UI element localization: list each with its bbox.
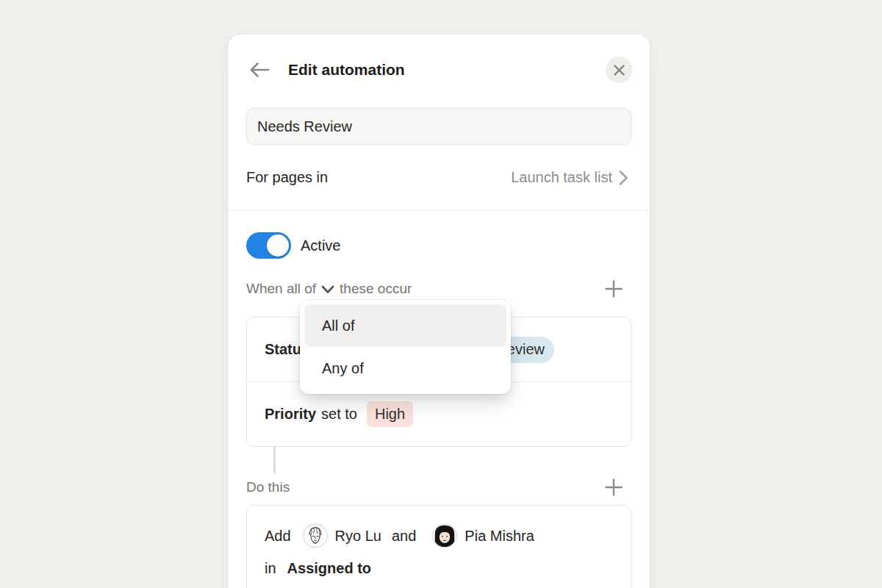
- active-toggle-label: Active: [301, 237, 340, 254]
- automation-name-input[interactable]: [246, 108, 631, 145]
- ryo-lu-avatar: [303, 523, 328, 548]
- operator-dropdown-menu: All of Any of: [300, 300, 511, 394]
- action-conjunction: and: [392, 528, 416, 545]
- add-trigger-button[interactable]: [604, 279, 623, 298]
- active-toggle[interactable]: [246, 232, 291, 259]
- scope-row: For pages in Launch task list: [246, 145, 631, 210]
- chevron-right-icon: [619, 170, 628, 186]
- condition-property: Priority: [265, 406, 316, 423]
- dialog-title: Edit automation: [288, 61, 405, 79]
- plus-icon: [605, 280, 623, 298]
- back-arrow-icon: [248, 59, 270, 81]
- flow-connector-line: [273, 447, 276, 473]
- scope-value: Launch task list: [511, 169, 612, 186]
- chevron-down-icon: [321, 285, 334, 294]
- scope-label: For pages in: [246, 169, 328, 186]
- close-button[interactable]: [606, 57, 632, 83]
- section-divider: [228, 210, 650, 211]
- trigger-label-suffix: these occur: [340, 281, 412, 297]
- menu-item-all-of[interactable]: All of: [304, 304, 506, 347]
- action-prefix: Add: [265, 528, 291, 545]
- condition-verb: set to: [321, 406, 357, 423]
- plus-icon: [605, 478, 623, 496]
- action-in-word: in: [265, 560, 276, 577]
- menu-item-any-of[interactable]: Any of: [304, 347, 506, 390]
- page-background: Edit automation For pages in Launch task…: [0, 0, 882, 588]
- action-sentence-line-1: Add Ryo Lu and: [265, 520, 613, 552]
- person-name: Pia Mishra: [465, 528, 534, 545]
- trigger-label-prefix: When: [246, 281, 283, 297]
- action-label-row: Do this: [246, 476, 631, 498]
- edit-automation-dialog: Edit automation For pages in Launch task…: [228, 35, 650, 588]
- pia-mishra-avatar: [432, 523, 457, 548]
- toggle-knob: [267, 234, 289, 257]
- trigger-label-row: When all of these occur: [246, 279, 631, 298]
- scope-selector[interactable]: Launch task list: [511, 169, 628, 186]
- action-label: Do this: [246, 479, 290, 495]
- action-property: Assigned to: [287, 560, 371, 577]
- active-toggle-row: Active: [246, 232, 631, 259]
- close-icon: [613, 64, 625, 76]
- operator-dropdown-toggle[interactable]: [321, 285, 334, 294]
- person-name: Ryo Lu: [335, 528, 381, 545]
- dialog-header: Edit automation: [228, 35, 650, 105]
- add-action-button[interactable]: [604, 478, 623, 497]
- action-sentence-line-2: in Assigned to: [265, 552, 613, 584]
- rules-section: Active When all of these occur: [228, 232, 650, 588]
- action-card[interactable]: Add Ryo Lu and: [246, 505, 631, 588]
- priority-value-pill[interactable]: High: [367, 401, 413, 427]
- trigger-operator-value[interactable]: all of: [287, 281, 316, 297]
- back-button[interactable]: [247, 58, 270, 82]
